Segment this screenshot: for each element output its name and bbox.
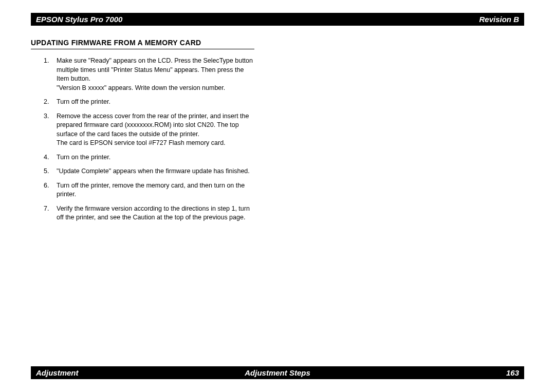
step-item: Turn on the printer. — [31, 153, 254, 162]
step-text: Turn off the printer. — [57, 98, 110, 105]
step-item: Remove the access cover from the rear of… — [31, 112, 254, 148]
section-title: UPDATING FIRMWARE FROM A MEMORY CARD — [31, 39, 254, 49]
header-left: EPSON Stylus Pro 7000 — [36, 15, 122, 24]
step-text: Verify the firmware version according to… — [57, 205, 250, 221]
step-text: Remove the access cover from the rear of… — [57, 113, 249, 147]
header-bar: EPSON Stylus Pro 7000 Revision B — [31, 13, 524, 26]
step-text: "Update Complete" appears when the firmw… — [57, 167, 250, 175]
step-item: Turn off the printer, remove the memory … — [31, 181, 254, 199]
step-text: Turn on the printer. — [57, 154, 110, 161]
step-item: Verify the firmware version according to… — [31, 204, 254, 222]
step-item: Make sure "Ready" appears on the LCD. Pr… — [31, 57, 254, 92]
content-area: UPDATING FIRMWARE FROM A MEMORY CARD Mak… — [31, 39, 254, 222]
step-item: Turn off the printer. — [31, 98, 254, 107]
footer-bar: Adjustment Adjustment Steps 163 — [31, 366, 524, 379]
footer-right: 163 — [506, 368, 519, 377]
step-text: Make sure "Ready" appears on the LCD. Pr… — [57, 57, 253, 91]
footer-center: Adjustment Steps — [245, 368, 310, 377]
step-item: "Update Complete" appears when the firmw… — [31, 167, 254, 176]
footer-left: Adjustment — [36, 368, 79, 377]
header-right: Revision B — [479, 15, 519, 24]
steps-list: Make sure "Ready" appears on the LCD. Pr… — [31, 57, 254, 222]
step-text: Turn off the printer, remove the memory … — [57, 182, 245, 198]
document-page: EPSON Stylus Pro 7000 Revision B UPDATIN… — [0, 0, 555, 392]
